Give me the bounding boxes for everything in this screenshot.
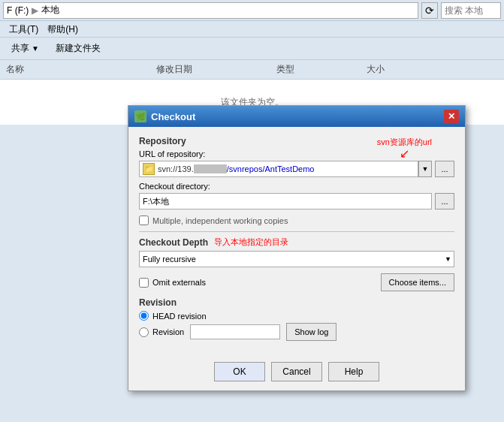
url-browse-button[interactable]: ... <box>435 161 454 177</box>
choose-items-button[interactable]: Choose items... <box>381 273 454 291</box>
url-dropdown-arrow[interactable]: ▼ <box>418 161 432 177</box>
dialog-titlebar: 🌿 Checkout ✕ <box>128 106 465 127</box>
svn-annotation: svn资源库的url ↙ <box>377 137 432 160</box>
dialog-title: Checkout <box>151 111 444 122</box>
dialog-overlay: 🌿 Checkout ✕ Repository URL of repositor… <box>0 0 504 422</box>
revision-section-label: Revision <box>139 297 454 308</box>
svn-annotation-arrow-icon: ↙ <box>400 147 409 160</box>
dir-input[interactable]: F:\本地 <box>139 193 432 209</box>
url-row: 📁 svn://139. xxxxxxxx /svnrepos/AntTestD… <box>139 161 454 177</box>
dialog-icon: 🌿 <box>134 110 146 122</box>
head-revision-radio[interactable] <box>139 311 149 321</box>
show-log-button[interactable]: Show log <box>286 323 337 341</box>
url-text-prefix: svn://139. <box>158 164 194 173</box>
help-button[interactable]: Help <box>328 362 379 381</box>
revision-input[interactable] <box>190 324 280 339</box>
checkout-dialog: 🌿 Checkout ✕ Repository URL of repositor… <box>128 105 466 391</box>
depth-section-label: Checkout Depth <box>139 237 208 248</box>
omit-externals-checkbox[interactable] <box>139 278 149 288</box>
url-input[interactable]: 📁 svn://139. xxxxxxxx /svnrepos/AntTestD… <box>139 161 418 177</box>
checkout-dir-label: Checkout directory: <box>139 182 454 191</box>
depth-annotation: 导入本地指定的目录 <box>214 237 288 248</box>
depth-select[interactable]: Fully recursive Immediate children Only … <box>139 251 454 267</box>
ok-button[interactable]: OK <box>214 362 265 381</box>
url-text-suffix: /svnrepos/AntTestDemo <box>227 164 315 173</box>
dialog-body: Repository URL of repository: 📁 svn://13… <box>128 127 465 356</box>
depth-header: Checkout Depth 导入本地指定的目录 <box>139 237 454 248</box>
multiple-copies-row: Multiple, independent working copies <box>139 216 454 225</box>
dir-browse-button[interactable]: ... <box>435 193 454 209</box>
cancel-button[interactable]: Cancel <box>271 362 322 381</box>
depth-select-wrapper: Fully recursive Immediate children Only … <box>139 251 454 267</box>
multiple-copies-checkbox[interactable] <box>139 216 149 225</box>
dir-value: F:\本地 <box>143 196 169 207</box>
url-text-masked: xxxxxxxx <box>194 164 227 173</box>
head-revision-row: HEAD revision <box>139 311 454 321</box>
dialog-close-button[interactable]: ✕ <box>444 110 459 123</box>
multiple-copies-label: Multiple, independent working copies <box>152 216 288 225</box>
revision-row: Revision Show log <box>139 323 454 341</box>
revision-section: Revision HEAD revision Revision Show log <box>139 297 454 341</box>
depth-row: Fully recursive Immediate children Only … <box>139 251 454 267</box>
dialog-footer: OK Cancel Help <box>128 356 465 390</box>
revision-radio-label: Revision <box>152 327 184 336</box>
explorer-window: F (F:) ▶ 本地 ⟳ 工具(T) 帮助(H) 共享 ▼ 新建文件夹 名称 … <box>0 0 504 422</box>
revision-radio[interactable] <box>139 327 149 337</box>
dir-row: F:\本地 ... <box>139 193 454 209</box>
omit-externals-label: Omit externals <box>152 278 206 287</box>
svn-annotation-text: svn资源库的url <box>377 137 432 146</box>
folder-icon: 📁 <box>143 163 155 175</box>
omit-externals-row: Omit externals Choose items... <box>139 273 454 291</box>
head-revision-label: HEAD revision <box>152 312 207 321</box>
